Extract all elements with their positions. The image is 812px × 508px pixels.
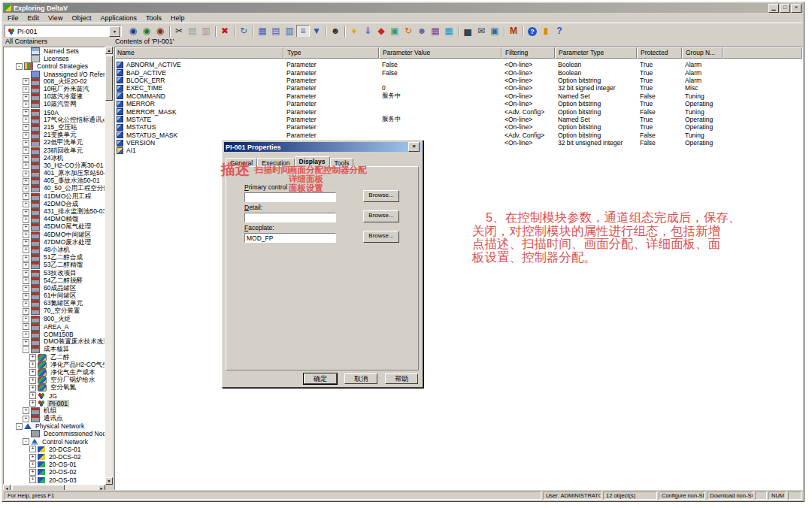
tree-expander[interactable]: + bbox=[29, 400, 36, 407]
tree-expander[interactable]: + bbox=[23, 171, 29, 177]
column-header-parameter-type[interactable]: Parameter Type bbox=[555, 47, 637, 59]
tree-expander[interactable]: + bbox=[29, 454, 36, 461]
tree-item[interactable]: + 通讯点 bbox=[4, 415, 105, 422]
tree-expander[interactable]: + bbox=[23, 140, 29, 147]
menu-item[interactable]: Help bbox=[166, 14, 189, 22]
toolbar-separator[interactable] bbox=[323, 25, 329, 38]
close-button[interactable]: × bbox=[791, 4, 801, 13]
table-row[interactable]: BAD_ACTIVE Parameter False <On-line> Boo… bbox=[115, 68, 802, 76]
tree-item[interactable]: + 20-DCS-01 bbox=[4, 446, 105, 453]
tree-item[interactable]: + 20-OS-01 bbox=[4, 461, 105, 468]
table-row[interactable]: ABNORM_ACTIVE Parameter False <On-line> … bbox=[115, 61, 802, 68]
browse-button[interactable]: Browse... bbox=[363, 210, 399, 222]
table-row[interactable]: MSTATUS Parameter <On-line> Option bitst… bbox=[115, 123, 802, 131]
tree-expander[interactable]: - bbox=[23, 346, 29, 353]
toolbar-separator[interactable] bbox=[167, 25, 172, 38]
restore-button[interactable]: □ bbox=[780, 4, 790, 13]
cut-icon[interactable]: ✂ bbox=[172, 25, 186, 38]
column-header-protected[interactable]: Protected bbox=[637, 47, 682, 59]
tree-vertical-scrollbar[interactable]: ▲ ▼ bbox=[105, 47, 113, 485]
picture-icon[interactable]: ▣ bbox=[388, 25, 401, 38]
toolbar-separator[interactable] bbox=[342, 25, 347, 38]
toolbar-separator[interactable] bbox=[232, 25, 237, 38]
mail-icon[interactable]: ✉ bbox=[474, 25, 488, 38]
copy-icon[interactable]: ▤ bbox=[186, 25, 199, 38]
scroll-down-icon[interactable]: ▼ bbox=[105, 477, 113, 485]
tree-expander[interactable]: + bbox=[23, 86, 29, 93]
tree-expander[interactable]: + bbox=[23, 147, 29, 154]
tree-expander[interactable]: + bbox=[29, 354, 36, 361]
table-row[interactable]: VERSION Parameter 1 <On-line> 32 bit uns… bbox=[115, 139, 802, 147]
menu-item[interactable]: View bbox=[44, 14, 67, 22]
display-input[interactable] bbox=[244, 192, 336, 202]
tree-item[interactable]: + 10蒸汽管网 bbox=[4, 101, 105, 108]
column-header-type[interactable]: Type bbox=[283, 47, 379, 59]
tree-expander[interactable]: + bbox=[23, 255, 29, 262]
dialog-button[interactable]: 取消 bbox=[344, 373, 377, 384]
tree-expander[interactable]: + bbox=[23, 109, 29, 116]
tree-expander[interactable]: + bbox=[23, 224, 29, 231]
chart-icon[interactable]: ▅ bbox=[461, 25, 474, 38]
batch-icon[interactable]: ▦ bbox=[442, 25, 456, 38]
tree-expander[interactable]: + bbox=[23, 116, 29, 123]
toolbar-separator[interactable] bbox=[520, 25, 526, 38]
display-input[interactable] bbox=[244, 213, 336, 222]
menu-item[interactable]: Tools bbox=[141, 14, 166, 22]
tree-expander[interactable]: + bbox=[23, 162, 29, 169]
explorer-icon[interactable]: ◉ bbox=[126, 25, 140, 38]
tree-item[interactable]: Licenses bbox=[4, 55, 105, 62]
tree-expander[interactable]: + bbox=[23, 331, 29, 338]
tree-expander[interactable]: - bbox=[16, 423, 23, 430]
table-row[interactable]: MCOMMAND Parameter 服务中 <On-line> Named S… bbox=[115, 92, 802, 100]
browse-button[interactable]: Browse... bbox=[363, 190, 399, 202]
filter-icon[interactable]: ▼ bbox=[310, 25, 323, 38]
column-header-name[interactable]: Name bbox=[115, 47, 283, 59]
tree-expander[interactable]: + bbox=[29, 461, 36, 468]
tree-expander[interactable]: + bbox=[23, 239, 29, 246]
browse-button[interactable]: Browse... bbox=[363, 231, 399, 243]
toolbar-separator[interactable] bbox=[456, 25, 461, 38]
books-icon[interactable]: ▮ bbox=[539, 25, 553, 38]
tree-expander[interactable]: + bbox=[23, 416, 29, 422]
scrollbar-thumb[interactable] bbox=[105, 56, 113, 101]
details-view-icon[interactable]: ≡ bbox=[296, 25, 310, 38]
tree-item[interactable]: Named Sets bbox=[4, 47, 105, 55]
tree-expander[interactable]: + bbox=[23, 285, 29, 292]
table-row[interactable]: MERROR Parameter <On-line> Option bitstr… bbox=[115, 100, 802, 107]
tree-expander[interactable]: + bbox=[29, 469, 36, 476]
tree-item[interactable]: + JG bbox=[4, 392, 105, 399]
tree-expander[interactable]: + bbox=[23, 78, 29, 85]
history-view-icon[interactable]: ▦ bbox=[429, 25, 442, 38]
tree-expander[interactable]: + bbox=[29, 361, 36, 368]
tree-item[interactable]: Decommissioned Nodes bbox=[4, 430, 105, 437]
tree-expander[interactable]: + bbox=[23, 132, 29, 139]
tree-expander[interactable]: + bbox=[23, 209, 29, 216]
object-combobox[interactable]: PI-001 ▼ bbox=[5, 25, 122, 38]
paste-icon[interactable]: ▥ bbox=[199, 25, 213, 38]
assign-icon[interactable]: ◆ bbox=[374, 25, 388, 38]
tree-expander[interactable]: + bbox=[23, 246, 29, 253]
small-icons-view-icon[interactable]: ▤ bbox=[269, 25, 283, 38]
security-icon[interactable]: ☻ bbox=[415, 25, 429, 38]
console-icon[interactable]: ▣ bbox=[488, 25, 501, 38]
tree-expander[interactable]: + bbox=[23, 270, 29, 277]
tree-expander[interactable]: + bbox=[29, 476, 36, 483]
tree-expander[interactable]: + bbox=[23, 277, 29, 284]
tree-expander[interactable]: + bbox=[23, 201, 29, 207]
column-header-filtering[interactable]: Filtering bbox=[501, 47, 555, 59]
table-row[interactable]: BLOCK_ERR Parameter <On-line> Option bit… bbox=[115, 77, 802, 84]
tree-item[interactable]: + 空分氧氮 bbox=[4, 384, 105, 392]
list-view-icon[interactable]: ▥ bbox=[283, 25, 296, 38]
tree-item[interactable]: + 20-DCS-02 bbox=[4, 453, 105, 461]
table-row[interactable]: MSTATE Parameter 服务中 <On-line> Named Set… bbox=[115, 116, 802, 123]
tree-item[interactable]: - Physical Network bbox=[4, 422, 105, 430]
menu-item[interactable]: Edit bbox=[23, 14, 44, 22]
combobox-dropdown-icon[interactable]: ▼ bbox=[109, 26, 120, 37]
tree-expander[interactable]: + bbox=[23, 301, 29, 307]
find-module-icon[interactable]: ◉ bbox=[140, 25, 153, 38]
undo-icon[interactable]: ↻ bbox=[237, 25, 250, 38]
alarm-bell-icon[interactable]: ♦ bbox=[347, 25, 361, 38]
menu-item[interactable]: Applications bbox=[95, 14, 141, 22]
deltav-m-icon[interactable]: M bbox=[507, 25, 520, 38]
minimize-button[interactable]: ▁ bbox=[768, 4, 779, 13]
